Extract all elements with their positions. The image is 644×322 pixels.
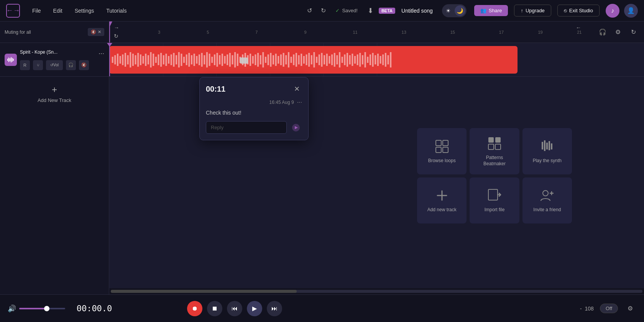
track-vol-button[interactable]: ↺ Vol — [46, 60, 63, 70]
track-mute-button[interactable]: 🔇 — [79, 60, 89, 70]
scrollbar-thumb[interactable] — [111, 290, 297, 293]
quick-card-patterns[interactable]: Patterns Beatmaker — [470, 128, 519, 174]
share-button[interactable]: 👥 Share — [474, 5, 508, 16]
popup-more-button[interactable]: ··· — [297, 99, 302, 106]
light-theme-button[interactable]: ☀ — [443, 5, 454, 16]
upgrade-label: Upgrade — [526, 8, 545, 13]
svg-rect-22 — [153, 54, 154, 66]
svg-rect-109 — [375, 55, 376, 64]
fast-forward-button[interactable]: ⏭ — [267, 301, 282, 316]
menu-settings[interactable]: Settings — [70, 5, 99, 16]
upgrade-button[interactable]: ↑ Upgrade — [514, 5, 551, 16]
audio-clip[interactable] — [109, 46, 518, 74]
user-profile-avatar[interactable]: 👤 — [624, 4, 638, 18]
timeline-headphone-button[interactable]: 🎧 — [596, 26, 609, 38]
off-badge[interactable]: Off — [600, 304, 618, 313]
svg-rect-120 — [443, 140, 448, 146]
svg-rect-41 — [201, 53, 203, 67]
synth-icon — [539, 139, 555, 154]
popup-close-button[interactable]: ✕ — [291, 84, 302, 94]
svg-rect-61 — [252, 56, 254, 64]
timeline-controls-right: 🎧 ⚙ ↻ — [596, 26, 644, 38]
svg-rect-19 — [145, 54, 146, 66]
quick-card-invite[interactable]: Invite a friend — [522, 177, 572, 223]
svg-rect-23 — [155, 57, 157, 63]
popup-meta: 16:45 Aug 9 ··· — [206, 99, 302, 106]
user-avatar[interactable]: ♪ — [606, 4, 619, 18]
time-display: 00:00.0 — [71, 304, 117, 313]
add-new-track-button[interactable]: + Add New Track — [0, 77, 109, 111]
muting-control[interactable]: 🔇 ✕ — [88, 28, 104, 36]
svg-rect-89 — [324, 55, 325, 64]
track-waveform-icon[interactable] — [5, 54, 17, 66]
menu-file[interactable]: File — [28, 5, 46, 16]
svg-rect-99 — [349, 55, 351, 64]
undo-button[interactable]: ↺ — [303, 5, 315, 17]
download-button[interactable]: ⬇ — [365, 4, 376, 17]
add-track-icon-svg — [434, 188, 450, 203]
menu-tutorials[interactable]: Tutorials — [102, 5, 131, 16]
svg-rect-92 — [331, 54, 333, 65]
reply-send-button[interactable] — [290, 122, 302, 134]
volume-slider[interactable] — [19, 308, 65, 309]
top-nav: ←→ File Edit Settings Tutorials ↺ ↻ ✓ Sa… — [0, 0, 644, 21]
quick-card-add-track[interactable]: Add new track — [417, 177, 467, 223]
stop-icon: ⏹ — [212, 305, 218, 312]
transport-controls: ⏺ ⏹ ⏮ ▶ ⏭ — [123, 301, 345, 316]
timeline-settings-button[interactable]: ⚙ — [612, 26, 624, 38]
svg-rect-54 — [234, 52, 236, 67]
svg-rect-113 — [385, 53, 386, 67]
logo-icon: ←→ — [6, 7, 20, 15]
svg-rect-110 — [377, 54, 379, 66]
svg-rect-33 — [181, 54, 182, 66]
share-icon: 👥 — [480, 8, 486, 13]
svg-rect-98 — [347, 53, 348, 67]
timeline-refresh-button[interactable]: ↻ — [627, 26, 639, 38]
popup-header: 00:11 ✕ — [206, 84, 302, 94]
svg-rect-134 — [488, 189, 498, 200]
timeline-scrollbar[interactable] — [109, 288, 644, 294]
svg-rect-39 — [196, 56, 197, 64]
waveform-svg — [109, 46, 518, 74]
redo-button[interactable]: ↻ — [317, 5, 329, 17]
track-lane — [109, 43, 644, 77]
svg-rect-9 — [120, 56, 121, 64]
track-headphone-button[interactable]: 🎧 — [66, 60, 76, 70]
svg-rect-101 — [354, 56, 356, 64]
ruler-num-5: 5 — [207, 30, 209, 34]
ruler-num-21: 21 — [577, 30, 582, 34]
stop-button[interactable]: ⏹ — [207, 301, 222, 316]
svg-rect-31 — [176, 55, 177, 64]
add-track-panel-label: Add new track — [427, 207, 457, 213]
track-more-button[interactable]: ··· — [99, 49, 104, 58]
svg-rect-52 — [229, 53, 231, 67]
svg-rect-81 — [303, 56, 305, 64]
svg-rect-5 — [13, 59, 14, 61]
svg-rect-3 — [11, 57, 12, 62]
quick-card-synth[interactable]: Play the synth — [522, 128, 572, 174]
svg-rect-26 — [163, 55, 164, 64]
svg-rect-25 — [160, 53, 162, 67]
record-button[interactable]: ⏺ — [187, 301, 202, 316]
popup-time: 00:11 — [206, 85, 225, 94]
nav-logo[interactable]: ←→ — [6, 4, 20, 18]
volume-section: 🔊 — [8, 304, 65, 313]
svg-rect-119 — [436, 140, 441, 146]
dark-theme-button[interactable]: 🌙 — [455, 5, 465, 16]
quick-card-browse-loops[interactable]: Browse loops — [417, 128, 467, 174]
rewind-button[interactable]: ⏮ — [227, 301, 242, 316]
track-r-button[interactable]: R — [20, 60, 30, 70]
svg-rect-10 — [122, 54, 123, 65]
reply-input[interactable] — [206, 121, 287, 134]
track-fork-button[interactable]: ⑂ — [33, 60, 43, 70]
svg-rect-106 — [367, 57, 368, 63]
quick-card-import[interactable]: Import file — [470, 177, 519, 223]
bpm-section: - 108 — [580, 306, 594, 312]
volume-thumb[interactable] — [44, 306, 49, 311]
menu-edit[interactable]: Edit — [49, 5, 67, 16]
play-button[interactable]: ▶ — [247, 301, 262, 316]
bottom-settings-button[interactable]: ⚙ — [624, 302, 636, 315]
svg-rect-129 — [546, 143, 548, 150]
exit-button[interactable]: ⎋ Exit Studio — [557, 5, 600, 16]
svg-rect-15 — [135, 55, 136, 64]
